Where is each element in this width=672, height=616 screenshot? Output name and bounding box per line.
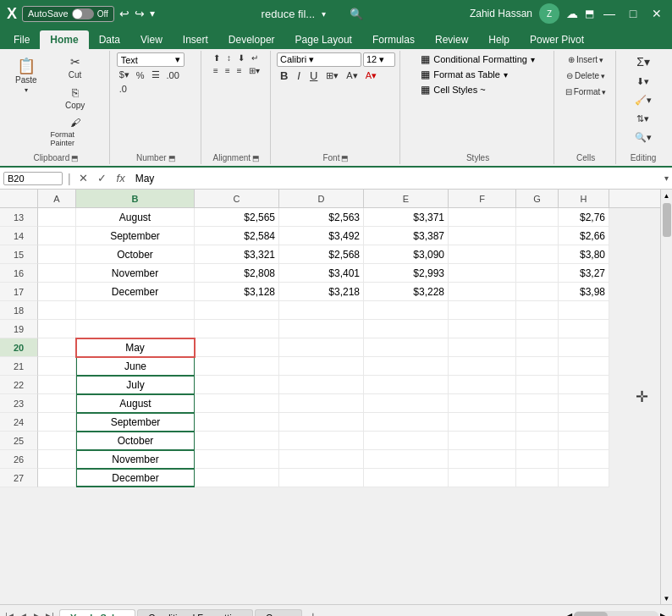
cell-e21[interactable] bbox=[364, 357, 449, 376]
cell-h21[interactable] bbox=[559, 357, 609, 376]
row-header-21[interactable]: 21 bbox=[0, 357, 38, 376]
cell-f13[interactable] bbox=[449, 208, 516, 227]
cell-b25[interactable]: October bbox=[76, 432, 195, 450]
cell-a20[interactable] bbox=[38, 338, 76, 357]
cell-f17[interactable] bbox=[449, 283, 516, 301]
row-header-20[interactable]: 20 bbox=[0, 338, 38, 357]
col-header-h[interactable]: H bbox=[559, 190, 609, 207]
cell-c13[interactable]: $2,565 bbox=[195, 208, 279, 227]
col-header-a[interactable]: A bbox=[38, 190, 76, 207]
cell-a15[interactable] bbox=[38, 245, 76, 264]
cell-c25[interactable] bbox=[195, 432, 279, 450]
autosave-toggle[interactable] bbox=[72, 8, 94, 19]
close-button[interactable]: ✕ bbox=[648, 5, 665, 22]
user-avatar[interactable]: Z bbox=[539, 3, 559, 24]
cell-d22[interactable] bbox=[279, 376, 364, 394]
cell-g15[interactable] bbox=[516, 245, 559, 264]
cell-e16[interactable]: $2,993 bbox=[364, 264, 449, 283]
insert-button[interactable]: ⊕ Insert ▾ bbox=[561, 52, 611, 67]
row-header-27[interactable]: 27 bbox=[0, 469, 38, 487]
col-header-b[interactable]: B bbox=[76, 190, 195, 207]
cell-c21[interactable] bbox=[195, 357, 279, 376]
sheet-nav-right[interactable]: ▶ bbox=[30, 610, 42, 617]
formula-fx-button[interactable]: fx bbox=[113, 171, 129, 186]
search-icon[interactable]: 🔍 bbox=[350, 8, 363, 20]
cell-g26[interactable] bbox=[516, 450, 559, 469]
formula-cancel-button[interactable]: ✕ bbox=[76, 171, 91, 186]
cell-b17[interactable]: December bbox=[76, 283, 195, 301]
cell-a27[interactable] bbox=[38, 469, 76, 487]
copy-button[interactable]: ⎘ Copy bbox=[47, 84, 104, 113]
cell-d25[interactable] bbox=[279, 432, 364, 450]
cell-f22[interactable] bbox=[449, 376, 516, 394]
cell-f23[interactable] bbox=[449, 394, 516, 413]
cell-a21[interactable] bbox=[38, 357, 76, 376]
cell-b15[interactable]: October bbox=[76, 245, 195, 264]
cell-h13[interactable]: $2,76 bbox=[559, 208, 609, 227]
row-header-19[interactable]: 19 bbox=[0, 320, 38, 338]
col-header-d[interactable]: D bbox=[279, 190, 364, 207]
minimize-button[interactable]: — bbox=[601, 5, 618, 22]
fill-button[interactable]: ⬇▾ bbox=[632, 74, 653, 90]
tab-developer[interactable]: Developer bbox=[218, 30, 285, 49]
tab-page-layout[interactable]: Page Layout bbox=[285, 30, 362, 49]
sheet-tab-conditional-formatting[interactable]: Conditional Formatting bbox=[137, 609, 253, 617]
font-name-dropdown[interactable]: Calibri ▾ bbox=[277, 52, 361, 67]
sum-button[interactable]: Σ▾ bbox=[632, 52, 654, 71]
cell-e23[interactable] bbox=[364, 394, 449, 413]
align-top-button[interactable]: ⬆ bbox=[211, 52, 223, 63]
clipboard-expand-icon[interactable]: ⬒ bbox=[71, 154, 79, 162]
cell-g25[interactable] bbox=[516, 432, 559, 450]
h-scroll-left[interactable]: ◀ bbox=[567, 612, 572, 616]
format-painter-button[interactable]: 🖌 Format Painter bbox=[47, 114, 104, 150]
tab-home[interactable]: Home bbox=[40, 30, 88, 49]
cell-c23[interactable] bbox=[195, 394, 279, 413]
align-middle-button[interactable]: ↕ bbox=[224, 52, 234, 63]
row-header-22[interactable]: 22 bbox=[0, 376, 38, 394]
row-header-25[interactable]: 25 bbox=[0, 432, 38, 450]
bold-button[interactable]: B bbox=[277, 69, 291, 83]
wrap-text-button[interactable]: ↵ bbox=[249, 52, 261, 63]
maximize-button[interactable]: □ bbox=[625, 5, 642, 22]
row-header-17[interactable]: 17 bbox=[0, 283, 38, 301]
cell-d13[interactable]: $2,563 bbox=[279, 208, 364, 227]
cell-b18[interactable] bbox=[76, 301, 195, 320]
percent-button[interactable]: % bbox=[134, 69, 147, 81]
font-color-button[interactable]: A▾ bbox=[363, 69, 379, 82]
cell-d21[interactable] bbox=[279, 357, 364, 376]
redo-icon[interactable]: ↪ bbox=[135, 7, 145, 20]
scroll-up-button[interactable]: ▲ bbox=[661, 190, 673, 201]
vertical-scrollbar[interactable]: ▲ ▼ bbox=[660, 190, 672, 604]
row-header-16[interactable]: 16 bbox=[0, 264, 38, 283]
cell-a26[interactable] bbox=[38, 450, 76, 469]
align-center-button[interactable]: ≡ bbox=[223, 65, 233, 76]
cell-d23[interactable] bbox=[279, 394, 364, 413]
cell-g17[interactable] bbox=[516, 283, 559, 301]
cell-h17[interactable]: $3,98 bbox=[559, 283, 609, 301]
cell-b19[interactable] bbox=[76, 320, 195, 338]
tab-file[interactable]: File bbox=[3, 30, 40, 49]
cell-e20[interactable] bbox=[364, 338, 449, 357]
cell-h22[interactable] bbox=[559, 376, 609, 394]
undo-icon[interactable]: ↩ bbox=[119, 7, 129, 20]
cell-g22[interactable] bbox=[516, 376, 559, 394]
sheet-nav-left-most[interactable]: |◀ bbox=[3, 610, 15, 617]
formula-input[interactable] bbox=[132, 172, 661, 185]
cell-d18[interactable] bbox=[279, 301, 364, 320]
cell-e18[interactable] bbox=[364, 301, 449, 320]
border-button[interactable]: ⊞▾ bbox=[323, 69, 341, 82]
cell-b20[interactable]: May bbox=[76, 338, 195, 357]
row-header-18[interactable]: 18 bbox=[0, 301, 38, 320]
row-header-13[interactable]: 13 bbox=[0, 208, 38, 227]
find-select-button[interactable]: 🔍▾ bbox=[631, 129, 656, 146]
scroll-thumb[interactable] bbox=[663, 203, 671, 237]
formula-expand-button[interactable]: ▾ bbox=[664, 173, 669, 183]
tab-view[interactable]: View bbox=[130, 30, 173, 49]
cut-button[interactable]: ✂ Cut bbox=[47, 52, 104, 82]
add-sheet-button[interactable]: + bbox=[304, 607, 322, 617]
cell-b22[interactable]: July bbox=[76, 376, 195, 394]
cell-d15[interactable]: $2,568 bbox=[279, 245, 364, 264]
cell-c26[interactable] bbox=[195, 450, 279, 469]
cell-d16[interactable]: $3,401 bbox=[279, 264, 364, 283]
cell-f20[interactable] bbox=[449, 338, 516, 357]
